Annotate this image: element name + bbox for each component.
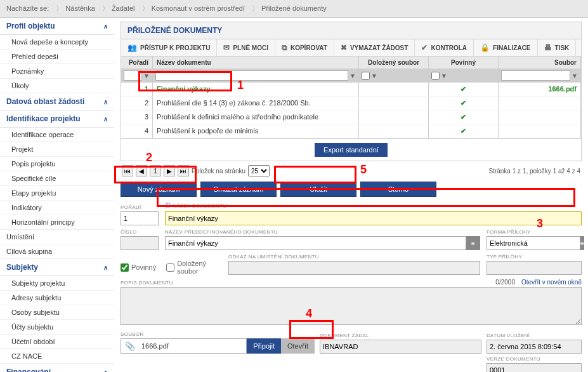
tool-kopirovat[interactable]: ⧉KOPÍROVAT	[275, 39, 334, 56]
crumb-item[interactable]: Přiložené dokumenty	[261, 4, 327, 12]
ulozit-button[interactable]: Uložit	[280, 182, 356, 197]
storno-button[interactable]: Storno	[360, 182, 436, 197]
side-section-financovani[interactable]: Financování∧	[0, 364, 114, 372]
filter-soubor[interactable]	[501, 70, 570, 81]
col-header-nazev[interactable]: Název dokumentu	[153, 56, 359, 69]
pager: ⏮ ◀ 1 ▶ ⏭ Položek na stránku 25 Stránka …	[121, 161, 582, 180]
char-counter: 0/2000	[495, 279, 515, 286]
tool-pristup[interactable]: 👥PŘÍSTUP K PROJEKTU	[121, 39, 217, 56]
label-cislo: ČÍSLO	[121, 229, 159, 235]
sidebar-item[interactable]: Přehled depeší	[0, 50, 114, 64]
side-section-datova[interactable]: Datová oblast žádosti∧	[0, 93, 114, 110]
perpage-select[interactable]: 25	[248, 165, 270, 176]
crumb-item[interactable]: Nástěnka	[65, 4, 95, 12]
funnel-icon[interactable]: ▼	[371, 72, 377, 79]
input-typ[interactable]	[487, 261, 582, 275]
pager-first[interactable]: ⏮	[122, 165, 133, 176]
chevron-up-icon: ∧	[103, 98, 108, 105]
table-row[interactable]: 3 Prohlášení k definici malého a střední…	[121, 110, 581, 124]
tool-kontrola[interactable]: ✔KONTROLA	[415, 39, 474, 56]
picker-button[interactable]: ≡	[580, 236, 584, 250]
sidebar-item[interactable]: Úkoly	[0, 79, 114, 93]
sidebar-item[interactable]: Účty subjektu	[0, 320, 114, 335]
sidebar-item[interactable]: Specifické cíle	[0, 171, 114, 186]
sidebar-item[interactable]: Etapy projektu	[0, 186, 114, 201]
pripojit-button[interactable]: Připojit	[247, 338, 281, 354]
sidebar-item[interactable]: Cílová skupina	[0, 244, 114, 259]
sidebar: Profil objektu∧ Nová depeše a koncepty P…	[0, 18, 114, 372]
side-section-profil[interactable]: Profil objektu∧	[0, 18, 114, 35]
table-row[interactable]: 4 Prohlášení k podpoře de minimis ✔	[121, 124, 581, 138]
sidebar-item[interactable]: Účetní období	[0, 335, 114, 349]
filter-poradi[interactable]	[124, 70, 142, 81]
sidebar-item[interactable]: Osoby subjektu	[0, 305, 114, 320]
panel-title: PŘILOŽENÉ DOKUMENTY	[121, 22, 582, 39]
sidebar-item[interactable]: Popis projektu	[0, 157, 114, 171]
list-icon: ≡	[580, 240, 584, 247]
sidebar-item[interactable]: Projekt	[0, 142, 114, 157]
tool-plnemoci[interactable]: ✉PLNÉ MOCI	[217, 39, 275, 56]
col-header-poradi[interactable]: Pořadí	[121, 56, 153, 69]
funnel-icon[interactable]: ▼	[143, 72, 150, 79]
pager-prev[interactable]: ◀	[136, 165, 147, 176]
funnel-icon[interactable]: ▼	[441, 72, 447, 79]
input-preddef[interactable]	[165, 236, 466, 250]
input-datum	[487, 340, 582, 354]
funnel-icon[interactable]: ▼	[572, 72, 578, 79]
export-button[interactable]: Export standardní	[315, 143, 388, 157]
textarea-popis[interactable]	[121, 287, 582, 325]
col-header-dolozeny[interactable]: Doložený soubor	[359, 56, 429, 69]
side-section-identifikace[interactable]: Identifikace projektu∧	[0, 110, 114, 128]
cb-dolozeny[interactable]: Doložený soubor	[166, 260, 222, 275]
crumb-item[interactable]: Žadatel	[112, 4, 135, 12]
sidebar-item[interactable]: Subjekty projektu	[0, 276, 114, 291]
sidebar-item[interactable]: Umístění	[0, 230, 114, 244]
funnel-icon[interactable]: ▼	[350, 72, 356, 79]
tool-vymazat[interactable]: ✖VYMAZAT ŽÁDOST	[334, 39, 415, 56]
sidebar-item[interactable]: Horizontální principy	[0, 215, 114, 230]
novy-zaznam-button[interactable]: Nový záznam	[121, 182, 197, 197]
required-icon: ⓘ	[165, 203, 171, 209]
list-icon: ≡	[471, 240, 475, 247]
sidebar-item[interactable]: Indikátory	[0, 201, 114, 215]
sidebar-item[interactable]: Identifikace operace	[0, 128, 114, 142]
input-cislo[interactable]	[121, 236, 159, 250]
label-datum: DATUM VLOŽENÍ	[487, 333, 582, 338]
input-odkaz[interactable]	[228, 261, 480, 275]
filter-povinny[interactable]	[431, 72, 440, 80]
open-new-window-link[interactable]: Otevřít v novém okně	[521, 279, 582, 286]
input-nazev[interactable]	[165, 211, 582, 225]
users-icon: 👥	[127, 43, 137, 52]
crumb-item[interactable]: Kosmonaut v ostrém prostředí	[152, 4, 245, 12]
pager-next[interactable]: ▶	[164, 165, 175, 176]
table-row[interactable]: 1 Finanční výkazy ✔ 1666.pdf	[121, 83, 581, 96]
pager-page[interactable]: 1	[150, 165, 161, 176]
perpage-label: Položek na stránku	[192, 168, 245, 175]
table-row[interactable]: 2 Prohlášení dle § 14 (3) e) zákona č. 2…	[121, 96, 581, 110]
main-content: PŘILOŽENÉ DOKUMENTY 👥PŘÍSTUP K PROJEKTU …	[114, 18, 588, 372]
breadcrumb: Nacházíte se: 〉Nástěnka 〉Žadatel 〉Kosmon…	[0, 0, 588, 18]
input-dokzadal	[320, 340, 481, 354]
col-header-soubor[interactable]: Soubor	[499, 56, 581, 69]
side-section-subjekty[interactable]: Subjekty∧	[0, 259, 114, 276]
label-nazev: ⓘNÁZEV DOKUMENTU	[165, 202, 582, 210]
cb-povinny[interactable]: Povinný	[121, 263, 156, 272]
sidebar-item[interactable]: Nová depeše a koncepty	[0, 35, 114, 50]
picker-button[interactable]: ≡	[466, 236, 480, 250]
filter-nazev[interactable]	[155, 70, 348, 81]
sidebar-item[interactable]: CZ NACE	[0, 349, 114, 364]
input-forma[interactable]	[487, 236, 580, 250]
label-poradi: POŘADÍ	[121, 204, 159, 210]
pager-last[interactable]: ⏭	[178, 165, 189, 176]
label-soubor: SOUBOR	[121, 331, 315, 337]
filter-dolozeny[interactable]	[362, 72, 370, 80]
input-poradi[interactable]	[121, 211, 159, 225]
sidebar-item[interactable]: Adresy subjektu	[0, 291, 114, 305]
label-dokzadal: DOKUMENT ZADAL	[320, 333, 481, 338]
tool-tisk[interactable]: 🖶TISK	[538, 39, 577, 56]
smazat-zaznam-button[interactable]: Smazat záznam	[200, 182, 277, 197]
col-header-povinny[interactable]: Povinný	[429, 56, 499, 69]
sidebar-item[interactable]: Poznámky	[0, 64, 114, 79]
tool-finalizace[interactable]: 🔒FINALIZACE	[474, 39, 537, 56]
otevrit-button[interactable]: Otevřít	[281, 338, 315, 354]
